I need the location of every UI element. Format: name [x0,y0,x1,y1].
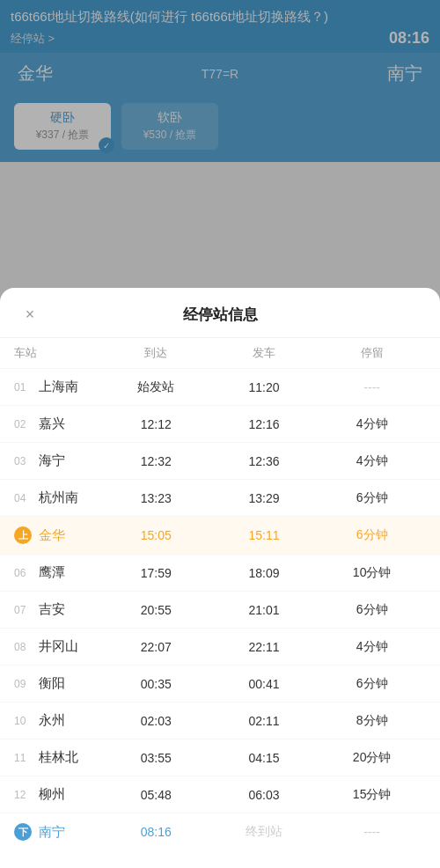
stops-table: 车站 到达 发车 停留 01上海南始发站11:20----02嘉兴12:1212… [0,338,440,850]
table-row: 04杭州南13:2313:296分钟 [0,479,440,516]
stop-name-label: 杭州南 [39,489,78,506]
stop-departure: 11:20 [210,380,319,394]
stop-stay: 6分钟 [318,527,426,543]
stop-number: 03 [14,455,32,467]
stop-name-label: 南宁 [39,824,65,841]
stop-name-cell: 上金华 [14,526,102,544]
stop-name-label: 金华 [39,527,65,544]
stop-number: 08 [14,641,32,653]
stop-name-label: 鹰潭 [39,564,65,581]
stop-name-label: 吉安 [39,601,65,618]
stop-stay: 6分钟 [318,602,426,618]
stop-name-cell: 10永州 [14,712,102,729]
end-badge: 下 [14,823,32,841]
stop-name-cell: 11桂林北 [14,749,102,766]
stop-arrival: 20:55 [102,603,210,617]
modal-title: 经停站信息 [42,305,398,325]
stop-name-label: 桂林北 [39,749,78,766]
stop-name-cell: 下南宁 [14,823,102,841]
stop-departure: 18:09 [210,566,319,580]
stop-number: 11 [14,752,32,764]
table-row: 01上海南始发站11:20---- [0,368,440,405]
table-row: 03海宁12:3212:364分钟 [0,442,440,479]
stop-name-cell: 03海宁 [14,452,102,469]
stop-departure: 02:11 [210,714,319,728]
stops-list: 01上海南始发站11:20----02嘉兴12:1212:164分钟03海宁12… [0,368,440,850]
stop-number: 10 [14,715,32,727]
stop-departure: 12:36 [210,454,319,468]
stop-name-cell: 01上海南 [14,379,102,395]
stop-stay: 8分钟 [318,713,426,729]
stop-arrival: 08:16 [102,825,210,839]
stop-stay: 6分钟 [318,676,426,692]
stop-arrival: 始发站 [102,379,210,395]
table-row: 12柳州05:4806:0315分钟 [0,776,440,813]
modal-sheet: × 经停站信息 车站 到达 发车 停留 01上海南始发站11:20----02嘉… [0,288,440,868]
col-stay: 停留 [318,345,426,361]
stop-name-cell: 07吉安 [14,601,102,618]
stop-arrival: 05:48 [102,788,210,802]
col-arrival: 到达 [102,345,210,361]
table-row: 07吉安20:5521:016分钟 [0,591,440,628]
stop-name-cell: 06鹰潭 [14,564,102,581]
stop-stay: 4分钟 [318,639,426,655]
stop-name-cell: 08井冈山 [14,638,102,655]
stop-departure: 00:41 [210,677,319,691]
stop-departure: 21:01 [210,603,319,617]
stop-arrival: 15:05 [102,528,210,542]
stop-departure: 12:16 [210,417,319,431]
stop-number: 07 [14,604,32,616]
stop-number: 12 [14,789,32,801]
stop-stay: 6分钟 [318,490,426,506]
stop-stay: 15分钟 [318,787,426,803]
stop-number: 02 [14,418,32,430]
stop-stay: ---- [318,825,426,839]
stop-arrival: 22:07 [102,640,210,654]
table-row: 06鹰潭17:5918:0910分钟 [0,554,440,591]
stop-number: 01 [14,381,32,394]
stop-departure: 15:11 [210,528,319,542]
stop-stay: 20分钟 [318,750,426,766]
stop-name-label: 井冈山 [39,638,78,655]
table-row: 08井冈山22:0722:114分钟 [0,628,440,665]
stop-name-label: 衡阳 [39,675,65,692]
col-departure: 发车 [210,345,319,361]
close-button[interactable]: × [18,302,42,327]
stop-arrival: 12:12 [102,417,210,431]
stop-stay: 4分钟 [318,453,426,469]
table-header: 车站 到达 发车 停留 [0,338,440,368]
stop-arrival: 13:23 [102,491,210,505]
stop-departure: 22:11 [210,640,319,654]
stop-name-label: 柳州 [39,786,65,803]
col-station: 车站 [14,345,102,361]
stop-name-cell: 04杭州南 [14,489,102,506]
stop-arrival: 17:59 [102,566,210,580]
stop-departure: 13:29 [210,491,319,505]
table-row: 11桂林北03:5504:1520分钟 [0,739,440,776]
table-row: 02嘉兴12:1212:164分钟 [0,405,440,442]
stop-departure: 04:15 [210,751,319,765]
stop-arrival: 12:32 [102,454,210,468]
stop-name-label: 海宁 [39,452,65,469]
stop-name-cell: 09衡阳 [14,675,102,692]
table-row: 10永州02:0302:118分钟 [0,702,440,739]
stop-arrival: 00:35 [102,677,210,691]
stop-name-label: 嘉兴 [39,416,65,432]
stop-stay: 10分钟 [318,565,426,581]
table-row: 09衡阳00:3500:416分钟 [0,665,440,702]
table-row: 下南宁08:16终到站---- [0,813,440,850]
stop-departure: 06:03 [210,788,319,802]
start-badge: 上 [14,526,32,544]
stop-name-label: 上海南 [39,379,78,395]
stop-number: 04 [14,492,32,504]
modal-header: × 经停站信息 [0,288,440,338]
table-row: 上金华15:0515:116分钟 [0,516,440,554]
stop-name-cell: 12柳州 [14,786,102,803]
stop-departure: 终到站 [210,824,319,840]
stop-stay: ---- [318,380,426,394]
stop-number: 09 [14,678,32,690]
stop-name-cell: 02嘉兴 [14,416,102,432]
stop-name-label: 永州 [39,712,65,729]
stop-number: 06 [14,567,32,579]
stop-stay: 4分钟 [318,416,426,432]
